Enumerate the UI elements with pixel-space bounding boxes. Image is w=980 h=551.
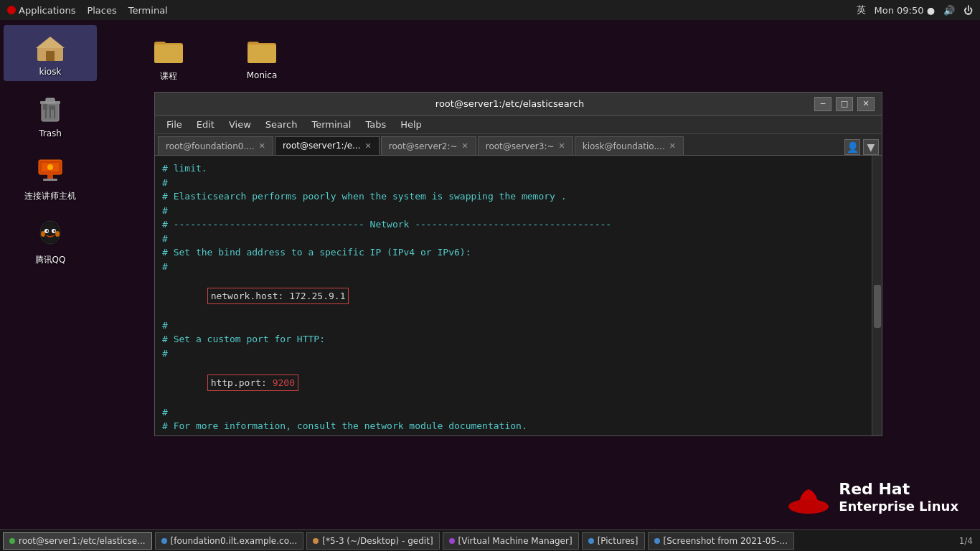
- taskbar: root@server1:/etc/elasticse... [foundati…: [0, 529, 980, 551]
- folder-kecheng-icon: [153, 36, 184, 65]
- connect-label: 连接讲师主机: [24, 190, 76, 202]
- taskbar-dot-5: [588, 538, 594, 544]
- tab-close-1[interactable]: ✕: [259, 141, 265, 151]
- tab-close-3[interactable]: ✕: [462, 141, 468, 151]
- tab-dropdown[interactable]: ▼: [863, 139, 879, 155]
- connect-icon: [34, 154, 66, 186]
- menu-file[interactable]: File: [161, 118, 188, 131]
- terminal-menubar: File Edit View Search Terminal Tabs Help: [155, 116, 882, 134]
- terminal-window: root@server1:/etc/elasticsearch ─ □ ✕ Fi…: [154, 92, 882, 436]
- tab-user-icon[interactable]: 👤: [844, 139, 860, 155]
- desktop-icons-col1: kiosk Trash: [4, 25, 97, 270]
- terminal-line-http: http.port: 9200: [162, 360, 875, 405]
- tab-foundation0[interactable]: root@foundation0.... ✕: [158, 136, 273, 155]
- terminal-title: root@server1:/etc/elasticsearch: [205, 98, 814, 109]
- svg-point-32: [788, 499, 829, 514]
- svg-point-23: [55, 231, 60, 237]
- terminal-content[interactable]: # limit. # # Elasticsearch performs poor…: [155, 156, 882, 435]
- svg-point-21: [54, 230, 56, 232]
- desktop-icon-kecheng[interactable]: 课程: [122, 29, 215, 87]
- minimize-button[interactable]: ─: [814, 97, 831, 111]
- desktop-icon-trash[interactable]: Trash: [4, 87, 97, 143]
- tab-server2[interactable]: root@server2:~ ✕: [381, 136, 476, 155]
- svg-rect-9: [43, 104, 47, 110]
- terminal-line-6: #: [162, 232, 875, 246]
- terminal-line-10: # Set a custom port for HTTP:: [162, 332, 875, 347]
- close-button[interactable]: ✕: [857, 97, 875, 111]
- taskbar-item-vmm[interactable]: [Virtual Machine Manager]: [443, 532, 579, 550]
- tab-kiosk-foundation[interactable]: kiosk@foundatio.... ✕: [575, 136, 684, 155]
- qq-label: 腾讯QQ: [35, 254, 66, 266]
- tab-close-4[interactable]: ✕: [559, 141, 565, 151]
- svg-rect-10: [49, 105, 55, 110]
- applications-menu[interactable]: Applications: [7, 5, 75, 16]
- power-icon[interactable]: ⏻: [963, 5, 973, 16]
- scrollbar-thumb[interactable]: [874, 285, 881, 328]
- terminal-line-1: # limit.: [162, 161, 875, 176]
- terminal-line-9: #: [162, 319, 875, 333]
- desktop-icon-connect[interactable]: 连接讲师主机: [4, 149, 97, 207]
- taskbar-dot-1: [9, 538, 15, 544]
- qq-icon: [34, 218, 66, 250]
- terminal-line-11: #: [162, 347, 875, 361]
- terminal-line-12: #: [162, 405, 875, 420]
- terminal-line-7: # Set the bind address to a specific IP …: [162, 245, 875, 260]
- volume-icon[interactable]: 🔊: [943, 5, 955, 16]
- terminal-line-3: # Elasticsearch performs poorly when the…: [162, 189, 875, 204]
- terminal-line-5: # ---------------------------------- Net…: [162, 217, 875, 232]
- redhat-text: Red Hat Enterprise Linux: [839, 480, 958, 514]
- tab-close-2[interactable]: ✕: [365, 141, 372, 151]
- folder-monica-icon: [246, 36, 278, 65]
- home-icon: [34, 31, 66, 62]
- taskbar-item-foundation[interactable]: [foundation0.ilt.example.co...: [155, 532, 304, 550]
- desktop-icon-monica[interactable]: Monica: [215, 29, 308, 85]
- svg-rect-5: [46, 98, 55, 103]
- desktop-icons-col2: 课程: [122, 25, 215, 87]
- svg-rect-14: [47, 174, 53, 179]
- redhat-logo: Red Hat Enterprise Linux: [787, 479, 958, 515]
- menu-search[interactable]: Search: [260, 118, 303, 131]
- taskbar-page: 1/4: [955, 536, 977, 546]
- menu-tabs[interactable]: Tabs: [359, 118, 392, 131]
- taskbar-dot-3: [313, 538, 319, 544]
- http-port-highlight: http.port: 9200: [207, 375, 298, 392]
- svg-rect-2: [46, 51, 55, 61]
- terminal-titlebar: root@server1:/etc/elasticsearch ─ □ ✕: [155, 93, 882, 116]
- svg-point-20: [47, 230, 49, 232]
- taskbar-item-terminal[interactable]: root@server1:/etc/elasticse...: [3, 532, 152, 550]
- trash-label: Trash: [39, 128, 62, 138]
- scrollbar[interactable]: [872, 156, 882, 435]
- taskbar-dot-4: [449, 538, 455, 544]
- language-indicator[interactable]: 英: [857, 4, 866, 17]
- monica-label: Monica: [247, 70, 278, 80]
- topbar: Applications Places Terminal 英 Mon 09:50…: [0, 0, 980, 20]
- taskbar-item-pictures[interactable]: [Pictures]: [582, 532, 645, 550]
- menu-view[interactable]: View: [223, 118, 257, 131]
- maximize-button[interactable]: □: [836, 97, 853, 111]
- places-menu[interactable]: Places: [87, 5, 116, 16]
- tab-close-5[interactable]: ✕: [669, 141, 676, 151]
- svg-marker-1: [36, 37, 65, 48]
- redhat-icon: [7, 6, 16, 14]
- terminal-menu[interactable]: Terminal: [128, 5, 168, 16]
- terminal-line-4: #: [162, 204, 875, 218]
- terminal-line-14: #: [162, 433, 875, 436]
- terminal-controls: ─ □ ✕: [814, 97, 875, 111]
- svg-point-22: [41, 231, 45, 237]
- tab-server1[interactable]: root@server1:/e... ✕: [275, 136, 380, 155]
- taskbar-item-gedit[interactable]: [*5-3 (~/Desktop) - gedit]: [306, 532, 439, 550]
- desktop-icon-qq[interactable]: 腾讯QQ: [4, 212, 97, 270]
- terminal-tabs: root@foundation0.... ✕ root@server1:/e..…: [155, 134, 882, 156]
- kiosk-label: kiosk: [39, 67, 62, 77]
- network-host-highlight: network.host: 172.25.9.1: [207, 288, 349, 305]
- menu-terminal[interactable]: Terminal: [306, 118, 357, 131]
- tab-server3[interactable]: root@server3:~ ✕: [478, 136, 573, 155]
- menu-edit[interactable]: Edit: [191, 118, 220, 131]
- terminal-line-2: #: [162, 176, 875, 190]
- redhat-hat-icon: [787, 479, 830, 519]
- desktop-icons-col3: Monica: [215, 25, 308, 85]
- desktop-icon-kiosk[interactable]: kiosk: [4, 25, 97, 81]
- taskbar-item-screenshot[interactable]: [Screenshot from 2021-05-...: [648, 532, 794, 550]
- menu-help[interactable]: Help: [395, 118, 428, 131]
- terminal-line-8: #: [162, 260, 875, 274]
